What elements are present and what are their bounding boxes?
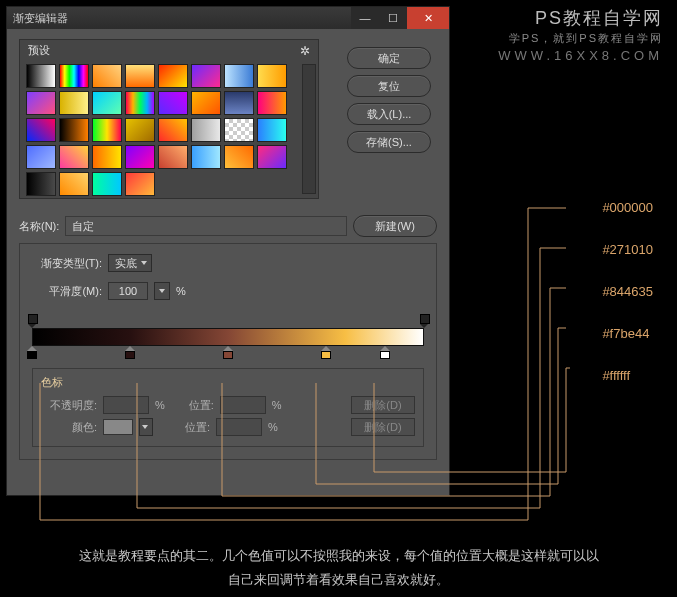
- color-dropdown-icon[interactable]: [139, 418, 153, 436]
- opacity-unit: %: [155, 399, 165, 411]
- watermark-line2: 学PS，就到PS教程自学网: [498, 31, 663, 46]
- opacity-stop[interactable]: [28, 314, 36, 326]
- color-stop[interactable]: [27, 346, 37, 360]
- annotation-color-3: #f7be44: [602, 326, 653, 341]
- preset-thumb[interactable]: [158, 145, 188, 169]
- maximize-button[interactable]: ☐: [379, 7, 407, 29]
- name-label: 名称(N):: [19, 219, 59, 234]
- preset-thumb[interactable]: [59, 172, 89, 196]
- preset-thumb[interactable]: [26, 64, 56, 88]
- preset-thumb[interactable]: [191, 118, 221, 142]
- gradient-type-label: 渐变类型(T):: [32, 256, 102, 271]
- preset-thumb[interactable]: [92, 145, 122, 169]
- window-controls: — ☐ ✕: [351, 7, 449, 29]
- preset-thumb[interactable]: [92, 172, 122, 196]
- preset-thumb[interactable]: [257, 64, 287, 88]
- preset-thumb[interactable]: [92, 64, 122, 88]
- preset-thumb[interactable]: [125, 91, 155, 115]
- preset-thumb[interactable]: [224, 118, 254, 142]
- annotation-color-2: #844635: [602, 284, 653, 299]
- presets-panel: 预设 ✲: [19, 39, 319, 199]
- dialog-buttons: 确定 复位 载入(L)... 存储(S)...: [347, 47, 431, 153]
- annotation-labels: #000000 #271010 #844635 #f7be44 #ffffff: [602, 200, 653, 383]
- preset-thumb[interactable]: [59, 118, 89, 142]
- gradient-settings-panel: 渐变类型(T): 实底 平滑度(M): % 色标 不透明度:: [19, 243, 437, 460]
- opacity-label: 不透明度:: [41, 398, 97, 413]
- preset-thumb[interactable]: [257, 145, 287, 169]
- preset-thumb[interactable]: [26, 145, 56, 169]
- smoothness-input[interactable]: [108, 282, 148, 300]
- delete-color-stop-button[interactable]: 删除(D): [351, 418, 415, 436]
- presets-scrollbar[interactable]: [302, 64, 316, 194]
- preset-thumb[interactable]: [158, 118, 188, 142]
- stops-title: 色标: [41, 375, 415, 390]
- preset-thumb[interactable]: [59, 145, 89, 169]
- preset-thumb[interactable]: [257, 118, 287, 142]
- caption: 这就是教程要点的其二。几个色值可以不按照我的来设，每个值的位置大概是这样就可以以…: [0, 544, 677, 593]
- watermark-line3: WWW.16XX8.COM: [498, 47, 663, 65]
- smoothness-label: 平滑度(M):: [32, 284, 102, 299]
- position-label: 位置:: [189, 398, 214, 413]
- watermark-line1: PS教程自学网: [498, 6, 663, 31]
- stops-group: 色标 不透明度: % 位置: % 删除(D) 颜色: 位置: %: [32, 368, 424, 447]
- preset-thumb[interactable]: [26, 91, 56, 115]
- smoothness-dropdown-icon[interactable]: [154, 282, 170, 300]
- annotation-color-1: #271010: [602, 242, 653, 257]
- gradient-editor-window: 渐变编辑器 — ☐ ✕ 预设 ✲ 确定 复位 载入(L)... 存储(S)...: [6, 6, 450, 496]
- delete-opacity-stop-button[interactable]: 删除(D): [351, 396, 415, 414]
- preset-thumb[interactable]: [191, 145, 221, 169]
- opacity-position-field[interactable]: [220, 396, 266, 414]
- annotation-color-4: #ffffff: [602, 368, 653, 383]
- preset-thumb[interactable]: [224, 145, 254, 169]
- preset-thumb[interactable]: [59, 64, 89, 88]
- color-swatch[interactable]: [103, 419, 133, 435]
- color-position-field[interactable]: [216, 418, 262, 436]
- gradient-type-select[interactable]: 实底: [108, 254, 152, 272]
- preset-thumb[interactable]: [125, 64, 155, 88]
- preset-thumb[interactable]: [125, 145, 155, 169]
- color-position-unit: %: [268, 421, 278, 433]
- caption-line1: 这就是教程要点的其二。几个色值可以不按照我的来设，每个值的位置大概是这样就可以以: [18, 544, 659, 569]
- color-label: 颜色:: [41, 420, 97, 435]
- presets-gear-icon[interactable]: ✲: [300, 44, 310, 58]
- ok-button[interactable]: 确定: [347, 47, 431, 69]
- presets-header: 预设: [28, 43, 50, 58]
- new-button[interactable]: 新建(W): [353, 215, 437, 237]
- annotation-color-0: #000000: [602, 200, 653, 215]
- preset-thumb[interactable]: [125, 118, 155, 142]
- preset-thumb[interactable]: [224, 64, 254, 88]
- preset-thumb[interactable]: [59, 91, 89, 115]
- preset-thumb[interactable]: [191, 91, 221, 115]
- preset-thumb[interactable]: [26, 172, 56, 196]
- preset-thumb[interactable]: [257, 91, 287, 115]
- color-stop[interactable]: [321, 346, 331, 360]
- load-button[interactable]: 载入(L)...: [347, 103, 431, 125]
- gradient-bar[interactable]: [32, 328, 424, 346]
- position-unit: %: [272, 399, 282, 411]
- color-position-label: 位置:: [185, 420, 210, 435]
- minimize-button[interactable]: —: [351, 7, 379, 29]
- smoothness-unit: %: [176, 285, 186, 297]
- preset-thumb[interactable]: [158, 91, 188, 115]
- save-button[interactable]: 存储(S)...: [347, 131, 431, 153]
- preset-thumb[interactable]: [191, 64, 221, 88]
- preset-thumb[interactable]: [92, 91, 122, 115]
- preset-thumb[interactable]: [92, 118, 122, 142]
- color-stop[interactable]: [125, 346, 135, 360]
- caption-line2: 自己来回调节着看效果自己喜欢就好。: [18, 568, 659, 593]
- close-button[interactable]: ✕: [407, 7, 449, 29]
- color-stop[interactable]: [380, 346, 390, 360]
- titlebar[interactable]: 渐变编辑器 — ☐ ✕: [7, 7, 449, 29]
- preset-thumb[interactable]: [125, 172, 155, 196]
- name-input[interactable]: [65, 216, 347, 236]
- opacity-stop[interactable]: [420, 314, 428, 326]
- window-title: 渐变编辑器: [13, 11, 68, 26]
- preset-thumb[interactable]: [224, 91, 254, 115]
- reset-button[interactable]: 复位: [347, 75, 431, 97]
- preset-thumb[interactable]: [26, 118, 56, 142]
- color-stop[interactable]: [223, 346, 233, 360]
- preset-thumbs: [20, 60, 318, 202]
- opacity-field[interactable]: [103, 396, 149, 414]
- preset-thumb[interactable]: [158, 64, 188, 88]
- gradient-bar-area: [32, 314, 424, 362]
